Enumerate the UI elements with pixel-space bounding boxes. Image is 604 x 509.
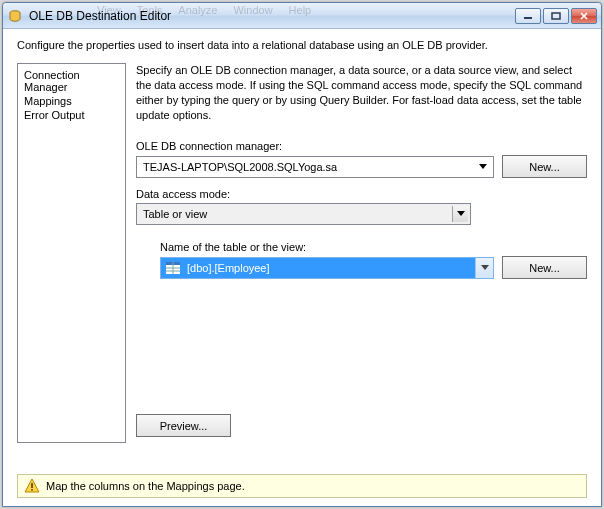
connection-manager-combo[interactable]: TEJAS-LAPTOP\SQL2008.SQLYoga.sa [136,156,494,178]
data-access-mode-label: Data access mode: [136,188,587,200]
table-name-combo[interactable]: [dbo].[Employee] [160,257,494,279]
chevron-down-icon [452,206,468,222]
warning-icon [24,478,40,494]
connection-manager-label: OLE DB connection manager: [136,140,587,152]
sidebar-item-connection-manager[interactable]: Connection Manager [24,68,119,94]
connection-manager-value: TEJAS-LAPTOP\SQL2008.SQLYoga.sa [143,161,337,173]
header-description: Configure the properties used to insert … [3,29,601,63]
maximize-button[interactable] [543,8,569,24]
data-access-mode-combo[interactable]: Table or view [136,203,471,225]
sidebar-item-error-output[interactable]: Error Output [24,108,119,122]
svg-rect-1 [524,17,532,19]
warning-text: Map the columns on the Mappings page. [46,480,245,492]
new-table-button[interactable]: New... [502,256,587,279]
instruction-text: Specify an OLE DB connection manager, a … [136,63,587,122]
main-panel: Specify an OLE DB connection manager, a … [136,63,587,443]
chevron-down-icon [475,258,493,278]
background-menubar: View Tools Analyze Window Help [93,2,315,18]
sidebar-item-mappings[interactable]: Mappings [24,94,119,108]
table-name-label: Name of the table or the view: [160,241,587,253]
table-icon [165,261,181,275]
minimize-button[interactable] [515,8,541,24]
chevron-down-icon [475,159,491,175]
window-controls [515,8,597,24]
svg-rect-9 [31,489,33,491]
close-button[interactable] [571,8,597,24]
preview-row: Preview... [136,414,587,443]
svg-rect-8 [31,483,33,488]
page-list[interactable]: Connection Manager Mappings Error Output [17,63,126,443]
table-name-value: [dbo].[Employee] [187,262,270,274]
body: Connection Manager Mappings Error Output… [3,63,601,443]
svg-rect-2 [552,13,560,19]
new-connection-button[interactable]: New... [502,155,587,178]
table-section: Name of the table or the view: [dbo].[Em… [136,237,587,279]
warning-bar: Map the columns on the Mappings page. [17,474,587,498]
dialog-window: View Tools Analyze Window Help OLE DB De… [2,2,602,507]
preview-button[interactable]: Preview... [136,414,231,437]
app-icon [7,8,23,24]
data-access-mode-value: Table or view [143,208,207,220]
